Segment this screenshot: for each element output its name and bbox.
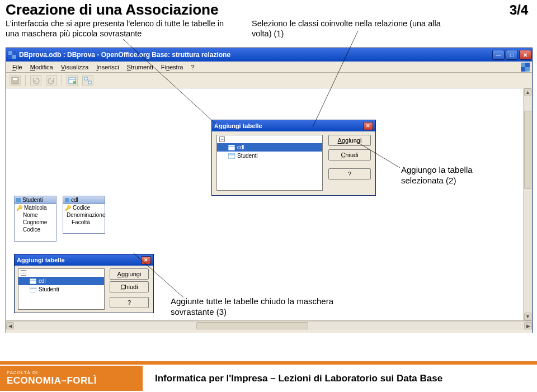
field-label: Facoltà [72,219,90,225]
svg-rect-10 [73,81,76,84]
menu-modifica[interactable]: Modifica [26,62,57,73]
aggiungi-button[interactable]: Aggiungi [110,268,149,280]
table-header-studenti: Studenti [15,196,56,204]
dialog-title: Aggiungi tabelle [17,257,65,263]
scroll-down-arrow-icon[interactable]: ▼ [524,313,531,320]
key-icon: 🔑 [65,205,71,211]
svg-rect-1 [12,51,16,55]
footer-course: Informatica per l'Impresa – Lezioni di L… [143,373,442,384]
table-box-studenti[interactable]: Studenti 🔑Matricola Nome Cognome Codice [14,196,56,242]
list-item[interactable]: cdl [217,143,322,152]
app-icon [8,51,16,59]
dialog-title: Aggiungi tabelle [214,122,262,129]
table-box-cdl[interactable]: cdl 🔑Codice Denominazione Facoltà [63,196,105,234]
dialog-close-button[interactable]: ✕ [363,122,373,130]
table-row: Cognome [15,219,56,226]
annotation-2: Aggiungo la tabella selezionata (2) [401,165,513,186]
svg-rect-22 [30,287,36,292]
window-title: DBprova.odb : DBprova - OpenOffice.org B… [19,51,492,59]
table-icon [228,153,235,159]
table-title-studenti: Studenti [22,197,43,203]
field-label: Codice [23,226,40,233]
dialog-titlebar[interactable]: Aggiungi tabelle ✕ [15,254,153,266]
save-icon[interactable] [10,75,21,86]
table-icon [30,287,36,292]
svg-rect-15 [65,198,69,202]
footer: FACOLTÀ DI ECONOMIA–FORLÌ Informatica pe… [0,361,537,392]
svg-rect-7 [13,78,17,80]
menubar: File Modifica Visualizza Inserisci Strum… [6,62,532,73]
table-header-cdl: cdl [63,196,105,204]
relation-canvas[interactable]: Studenti 🔑Matricola Nome Cognome Codice … [6,88,532,321]
menu-strumenti[interactable]: Strumenti [123,62,157,73]
add-table-icon[interactable] [67,75,78,86]
table-title-cdl: cdl [71,197,78,203]
svg-rect-11 [84,77,87,80]
list-root: − [18,269,104,277]
caption-right: Seleziono le classi coinvolte nella rela… [252,18,447,39]
new-relation-icon[interactable] [82,75,93,86]
list-root: − [217,135,322,143]
slide-title: Creazione di una Associazione [0,0,537,18]
help-button[interactable]: ? [110,297,149,308]
minimize-button[interactable]: — [492,50,505,60]
list-item[interactable]: Studenti [217,152,322,160]
svg-rect-2 [8,55,12,59]
svg-rect-18 [228,153,235,159]
field-label: Matricola [24,205,47,211]
toolbar [6,73,532,88]
table-icon [228,145,235,150]
dialog-close-button[interactable]: ✕ [141,256,151,265]
list-item-label: Studenti [237,153,258,159]
field-label: Nome [23,212,38,218]
footer-brand: FACOLTÀ DI ECONOMIA–FORLÌ [0,366,143,391]
menu-help[interactable]: ? [187,62,198,73]
tree-collapse-icon[interactable]: − [21,270,26,276]
aggiungi-button[interactable]: Aggiungi [328,135,371,146]
list-item[interactable]: Studenti [18,285,104,294]
caption-left: L'interfaccia che si apre presenta l'ele… [6,18,241,39]
horizontal-scrollbar[interactable]: ◀ ▶ [6,321,532,330]
annotation-3: Aggiunte tutte le tabelle chiudo la masc… [171,296,338,318]
table-row: Facoltà [63,219,105,226]
field-label: Cognome [23,219,47,225]
menu-inserisci[interactable]: Inserisci [92,62,123,73]
redo-icon[interactable] [46,75,57,86]
page-number: 3/4 [510,2,528,18]
table-row: Denominazione [63,211,105,219]
scroll-left-arrow-icon[interactable]: ◀ [6,322,14,329]
list-item-label: Studenti [39,286,59,292]
dialog-titlebar[interactable]: Aggiungi tabelle ✕ [212,120,375,131]
table-row: 🔑Codice [63,204,105,211]
tree-collapse-icon[interactable]: − [219,136,225,142]
menu-finestra[interactable]: Finestra [157,62,187,73]
scroll-up-arrow-icon[interactable]: ▲ [524,88,531,96]
svg-rect-16 [228,145,235,150]
chiudi-button[interactable]: Chiudi [110,281,149,292]
scroll-thumb[interactable] [196,322,308,329]
undo-icon[interactable] [30,75,41,86]
scroll-right-arrow-icon[interactable]: ▶ [524,322,532,329]
app-window: DBprova.odb : DBprova - OpenOffice.org B… [6,48,533,333]
list-item[interactable]: cdl [18,277,104,285]
table-row: Nome [15,211,56,219]
caption-row: L'interfaccia che si apre presenta l'ele… [0,18,537,39]
tables-list[interactable]: − cdl Studenti [216,135,323,191]
app-corner-icon [521,63,530,72]
chiudi-button[interactable]: Chiudi [328,149,371,160]
close-button[interactable]: ✕ [519,50,531,60]
svg-rect-14 [16,198,21,202]
vertical-scrollbar[interactable]: ▲ ▼ [523,88,532,320]
field-label: Denominazione [67,212,106,218]
list-item-label: cdl [237,144,244,150]
list-item-label: cdl [39,278,46,284]
footer-brand-name: ECONOMIA–FORLÌ [7,375,143,386]
maximize-button[interactable]: □ [506,50,518,60]
svg-rect-20 [30,278,36,284]
scroll-thumb[interactable] [524,111,531,189]
tables-list[interactable]: − cdl Studenti [18,268,105,310]
menu-file[interactable]: File [8,62,26,73]
menu-visualizza[interactable]: Visualizza [57,62,93,73]
dialog-add-tables-main: Aggiungi tabelle ✕ − cdl Studenti [211,120,376,196]
help-button[interactable]: ? [328,168,371,180]
